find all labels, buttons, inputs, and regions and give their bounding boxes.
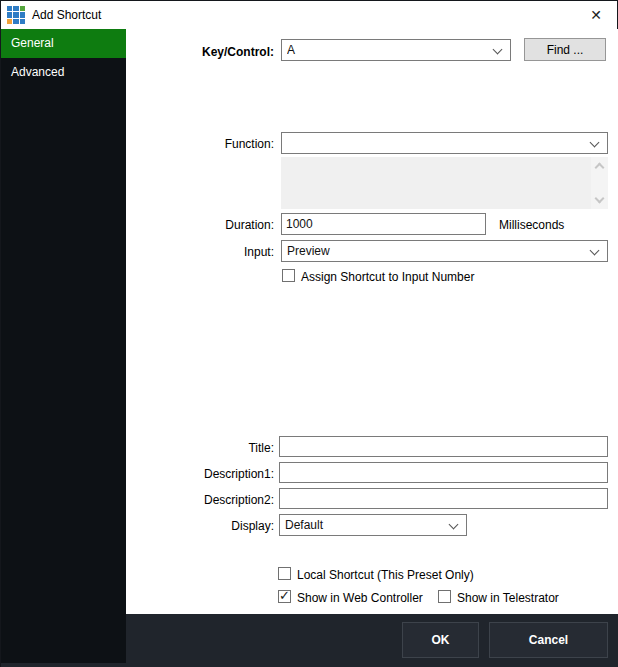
title-bar: Add Shortcut ✕ [1, 1, 617, 29]
chevron-down-icon [590, 138, 600, 148]
find-button[interactable]: Find ... [524, 38, 606, 61]
ok-button[interactable]: OK [402, 622, 479, 658]
input-dropdown[interactable]: Preview [281, 240, 608, 262]
scroll-down-icon[interactable] [595, 194, 605, 204]
function-label: Function: [126, 137, 274, 151]
scroll-up-icon[interactable] [595, 163, 605, 173]
add-shortcut-dialog: Add Shortcut ✕ General Advanced OK Cance… [0, 0, 618, 667]
app-logo-icon [7, 6, 25, 24]
function-description-box [281, 157, 608, 209]
input-label: Input: [126, 245, 274, 259]
chevron-down-icon [449, 520, 459, 530]
local-shortcut-checkbox[interactable] [278, 567, 291, 580]
telestrator-label: Show in Telestrator [457, 591, 559, 605]
web-controller-checkbox[interactable] [278, 590, 291, 603]
description2-label: Description2: [126, 493, 274, 507]
key-control-label: Key/Control: [126, 45, 274, 59]
assign-shortcut-label: Assign Shortcut to Input Number [301, 270, 474, 284]
input-value: Preview [287, 241, 587, 261]
function-value [287, 133, 587, 153]
window-title: Add Shortcut [32, 1, 101, 29]
scrollbar[interactable] [591, 157, 608, 209]
assign-shortcut-checkbox[interactable] [282, 269, 295, 282]
sidebar-item-general[interactable]: General [1, 29, 126, 58]
general-tab-panel: Key/Control: A Find ... Function: Durati… [126, 29, 618, 614]
sidebar: General Advanced [1, 29, 126, 663]
display-dropdown[interactable]: Default [279, 514, 467, 536]
telestrator-checkbox[interactable] [438, 590, 451, 603]
chevron-down-icon [590, 246, 600, 256]
key-control-value: A [287, 40, 490, 60]
sidebar-item-advanced[interactable]: Advanced [1, 58, 126, 87]
milliseconds-label: Milliseconds [499, 218, 564, 232]
display-label: Display: [126, 519, 274, 533]
close-icon[interactable]: ✕ [581, 1, 611, 29]
description2-input[interactable] [279, 488, 608, 509]
duration-input[interactable] [281, 213, 486, 235]
local-shortcut-label: Local Shortcut (This Preset Only) [297, 568, 474, 582]
cancel-button[interactable]: Cancel [489, 622, 608, 658]
function-dropdown[interactable] [281, 132, 608, 154]
description1-label: Description1: [126, 467, 274, 481]
title-input[interactable] [279, 436, 608, 457]
duration-label: Duration: [126, 218, 274, 232]
title-label: Title: [126, 441, 274, 455]
display-value: Default [285, 515, 446, 535]
web-controller-label: Show in Web Controller [297, 591, 423, 605]
key-control-dropdown[interactable]: A [281, 39, 511, 61]
description1-input[interactable] [279, 462, 608, 483]
chevron-down-icon [493, 45, 503, 55]
